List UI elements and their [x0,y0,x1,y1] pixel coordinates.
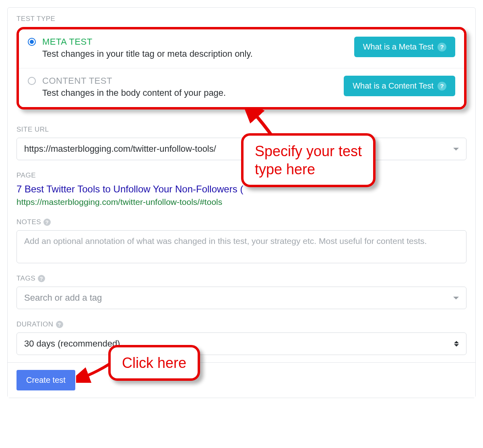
help-icon: ? [438,43,446,52]
create-test-button[interactable]: Create test [17,370,75,390]
updown-icon [454,341,459,347]
chevron-down-icon [453,148,459,151]
option-desc: Test changes in the body content of your… [42,88,226,98]
help-icon: ? [438,82,446,91]
option-desc: Test changes in your title tag or meta d… [42,49,253,59]
notes-textarea[interactable]: Add an optional annotation of what was c… [17,230,466,263]
label-tags: TAGS ? [17,275,466,283]
page-url-text: https://masterblogging.com/twitter-unfol… [17,197,222,206]
what-is-meta-test-button[interactable]: What is a Meta Test ? [354,37,455,57]
radio-meta-test[interactable] [28,38,36,46]
test-type-group: META TEST Test changes in your title tag… [17,27,466,109]
duration-select[interactable]: 30 days (recommended) [17,332,466,355]
chevron-down-icon [453,297,459,299]
option-content-test[interactable]: CONTENT TEST Test changes in the body co… [19,68,464,107]
annotation-click-here: Click here [108,345,200,381]
page-title-link[interactable]: 7 Best Twitter Tools to Unfollow Your No… [17,184,243,195]
option-title: CONTENT TEST [42,76,226,86]
tags-input[interactable]: Search or add a tag [17,287,466,309]
label-notes: NOTES ? [17,218,466,226]
annotation-specify-test-type: Specify your test type here [241,133,376,187]
label-duration: DURATION ? [17,320,466,328]
radio-content-test[interactable] [28,77,36,85]
help-icon: ? [43,219,51,226]
arrow-icon [76,360,112,383]
label-test-type: TEST TYPE [17,15,466,23]
site-url-value: https://masterblogging.com/twitter-unfol… [24,144,216,154]
help-icon: ? [56,321,63,328]
footer-bar: Create test Click here [8,362,475,398]
form-card: TEST TYPE META TEST Test changes in your… [7,7,476,398]
option-title: META TEST [42,37,253,47]
option-meta-test[interactable]: META TEST Test changes in your title tag… [19,29,464,68]
what-is-content-test-button[interactable]: What is a Content Test ? [344,76,455,96]
help-icon: ? [38,275,45,282]
